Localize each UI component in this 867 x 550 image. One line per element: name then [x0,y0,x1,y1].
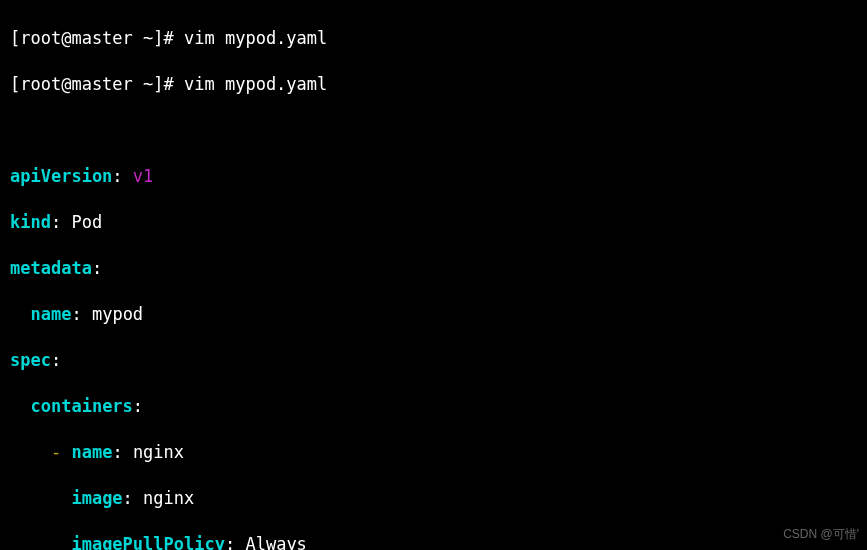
yaml-line: name: mypod [10,303,861,326]
yaml-line: imagePullPolicy: Always [10,533,861,550]
yaml-line: spec: [10,349,861,372]
shell-command: vim mypod.yaml [184,74,327,94]
dash: - [51,442,71,462]
shell-line: [root@master ~]# vim mypod.yaml [10,27,861,50]
watermark: CSDN @可惜' [783,523,859,546]
indent [10,488,71,508]
yaml-line: image: nginx [10,487,861,510]
yaml-value: Pod [71,212,102,232]
indent [10,396,30,416]
sep: : [123,488,143,508]
blank-line [10,119,861,142]
yaml-key: spec [10,350,51,370]
sep: : [71,304,91,324]
yaml-value: nginx [143,488,194,508]
yaml-line: - name: nginx [10,441,861,464]
sep: : [133,396,143,416]
yaml-line: containers: [10,395,861,418]
yaml-key: image [71,488,122,508]
indent [10,442,51,462]
yaml-key: name [71,442,112,462]
yaml-key: metadata [10,258,92,278]
yaml-key: name [30,304,71,324]
yaml-key: containers [30,396,132,416]
terminal-vim-editor[interactable]: [root@master ~]# vim mypod.yaml [root@ma… [0,0,867,550]
sep: : [51,350,61,370]
sep: : [51,212,71,232]
yaml-key: imagePullPolicy [71,534,225,550]
yaml-line: metadata: [10,257,861,280]
shell-line: [root@master ~]# vim mypod.yaml [10,73,861,96]
yaml-value: Always [245,534,306,550]
yaml-line: kind: Pod [10,211,861,234]
sep: : [112,166,132,186]
prompt: [root@master ~]# [10,74,184,94]
prompt: [root@master ~]# [10,28,184,48]
shell-command: vim mypod.yaml [184,28,327,48]
sep: : [225,534,245,550]
yaml-line: apiVersion: v1 [10,165,861,188]
indent [10,534,71,550]
yaml-value: v1 [133,166,153,186]
yaml-key: apiVersion [10,166,112,186]
indent [10,304,30,324]
yaml-value: mypod [92,304,143,324]
yaml-value: nginx [133,442,184,462]
yaml-key: kind [10,212,51,232]
sep: : [112,442,132,462]
sep: : [92,258,102,278]
